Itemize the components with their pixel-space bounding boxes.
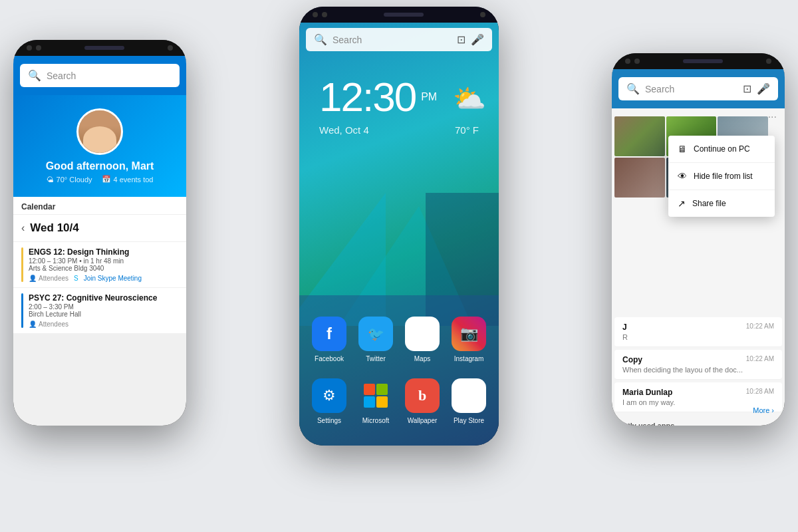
search-icon: 🔍 [28,69,41,82]
time-display: 12:30 PM ⛅ [319,76,479,118]
facebook-label: Facebook [315,355,344,362]
mic-icon-right[interactable]: 🎤 [757,82,770,95]
event-item-2: PSYC 27: Cognitive Neuroscience 2:00 – 3… [13,288,186,334]
app-twitter[interactable]: 🐦 Twitter [352,309,399,370]
lockscreen-icons: ⊡ 🎤 [457,33,484,46]
event-accent-2 [21,293,23,328]
event-location-2: Birch Lecture Hall [29,311,178,318]
skype-icon-1: S [74,275,78,282]
microsoft-label: Microsoft [362,417,390,424]
instagram-label: Instagram [454,355,483,362]
event-title-2: PSYC 27: Cognitive Neuroscience [29,293,178,303]
right-camera [625,59,640,64]
menu-continue-pc-label: Continue on PC [694,144,750,154]
event-details-2: PSYC 27: Cognitive Neuroscience 2:00 – 3… [29,293,178,328]
twitter-label: Twitter [366,355,385,362]
person-icon-1: 👤 [29,275,37,282]
weather-cloud-icon: ⛅ [453,84,486,113]
lockscreen-date: Wed, Oct 4 [319,124,369,136]
center-camera-right [480,12,485,17]
app-wallpaper[interactable]: b Wallpaper [399,370,446,432]
entry-preview-2: When deciding the layou of the doc... [622,366,774,374]
more-link[interactable]: More › [753,406,774,414]
recently-used-row: tly used apps ··· [612,415,785,426]
right-camera-dot-r [766,59,771,64]
event-time-2: 2:00 – 3:30 PM [29,303,178,311]
event-meta-2: 👤 Attendees [29,321,178,328]
entry-time-2: 10:22 AM [746,355,774,362]
left-notch [13,40,186,56]
left-screen: 🔍 Search Good afternoon, Mart 🌤 70° Clou… [13,56,186,426]
expand-icon[interactable]: ⊡ [457,33,466,46]
three-dots-bottom[interactable]: ··· [768,420,777,426]
lockscreen-search-icon: 🔍 [314,33,327,46]
app-grid: f Facebook 🐦 Twitter 🗺 Maps [299,295,499,446]
app-facebook[interactable]: f Facebook [306,309,352,370]
app-microsoft[interactable]: Microsoft [352,370,399,432]
greeting: Good afternoon, Mart [13,160,186,172]
skype-link-1[interactable]: Join Skype Meeting [84,275,142,282]
event-title-1: ENGS 12: Design Thinking [29,247,178,257]
right-header-icons: ⊡ 🎤 [743,82,770,95]
menu-hide-file-label: Hide file from list [694,172,753,181]
settings-label: Settings [317,417,341,424]
right-search-icon: 🔍 [626,82,640,95]
menu-share-file[interactable]: ↗ Share file [668,190,775,217]
calendar-icon: 📅 [102,175,111,184]
mic-icon[interactable]: 🎤 [471,33,484,46]
entry-preview-3: I am on my way. [622,398,774,406]
time-clock: 12:30 [319,76,416,118]
center-speaker [384,13,424,17]
timeline-list: 10:22 AM J R 10:22 AM Copy When deciding… [612,317,785,426]
recently-used-label: tly used apps [620,418,682,426]
lockscreen-bg: 🔍 Search ⊡ 🎤 12:30 PM ⛅ [299,23,499,446]
right-screen: 🔍 Search ⊡ 🎤 ··· 🖥 Contin [612,69,785,426]
calendar-date-nav: ‹ Wed 10/4 [13,215,186,242]
event-meta-1: 👤 Attendees S Join Skype Meeting [29,275,178,282]
app-instagram[interactable]: 📷 Instagram [446,309,492,370]
cortana-header: Good afternoon, Mart 🌤 70° Cloudy 📅 4 ev… [13,95,186,197]
calendar-date: Wed 10/4 [30,221,78,235]
twitter-icon: 🐦 [358,317,393,351]
share-icon: ↗ [678,198,686,209]
menu-hide-file[interactable]: 👁 Hide file from list [668,163,775,190]
playstore-label: Play Store [454,417,484,424]
event-time-1: 12:00 – 1:30 PM • in 1 hr 48 min [29,257,178,265]
right-search-bar[interactable]: 🔍 Search ⊡ 🎤 [618,77,778,100]
event-details-1: ENGS 12: Design Thinking 12:00 – 1:30 PM… [29,247,178,282]
lockscreen-search[interactable]: 🔍 Search ⊡ 🎤 [306,28,492,51]
person-icon-2: 👤 [29,321,37,328]
weather-info: 🌤 70° Cloudy [47,176,92,184]
entry-time-3: 10:28 AM [746,388,774,395]
back-arrow[interactable]: ‹ [21,222,25,234]
weather-icon: 🌤 [47,176,54,184]
maps-label: Maps [414,355,430,362]
phone-right: 🔍 Search ⊡ 🎤 ··· 🖥 Contin [612,53,785,426]
right-notch [612,53,785,69]
date-weather-row: Wed, Oct 4 70° F [299,124,499,136]
maps-icon: 🗺 [405,317,440,351]
weather-events-row: 🌤 70° Cloudy 📅 4 events tod [13,175,186,184]
app-maps[interactable]: 🗺 Maps [399,309,446,370]
phone-center: 🔍 Search ⊡ 🎤 12:30 PM ⛅ [299,7,499,446]
avatar [76,108,123,155]
menu-continue-pc[interactable]: 🖥 Continue on PC [668,136,775,163]
attendees-text-2: Attendees [39,321,68,328]
instagram-icon: 📷 [452,317,486,351]
event-accent-1 [21,247,23,282]
attendees-label-1: 👤 Attendees [29,275,68,282]
photo-road [614,116,665,156]
app-playstore[interactable]: ▶ Play Store [446,370,492,432]
app-settings[interactable]: ⚙ Settings [306,370,352,432]
left-search-bar[interactable]: 🔍 Search [20,64,180,87]
timeline-entry-3: 10:28 AM Maria Dunlap I am on my way. Mo… [614,382,782,412]
attendees-label-2: 👤 Attendees [29,321,68,328]
calendar-section: Calendar ‹ Wed 10/4 ENGS 12: Design Thin… [13,197,186,334]
wallpaper-icon: b [405,378,440,413]
camera-dot-right [168,45,173,51]
events-text: 4 events tod [114,176,154,184]
microsoft-icon [358,378,393,413]
expand-icon-right[interactable]: ⊡ [743,82,751,95]
three-dots-top[interactable]: ··· [768,111,777,123]
time-suffix: PM [421,91,437,103]
